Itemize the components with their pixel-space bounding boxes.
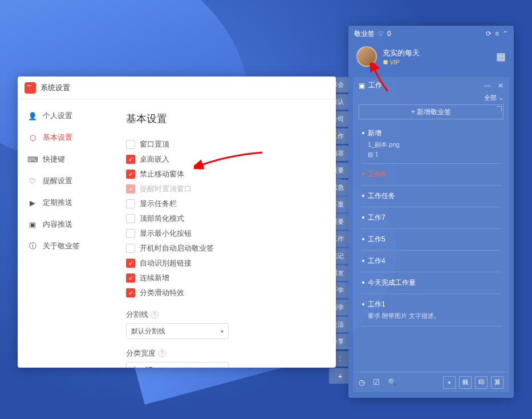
checkbox[interactable] xyxy=(126,229,135,238)
footer-button-1[interactable]: 账 xyxy=(459,376,472,389)
diamond-icon xyxy=(381,58,389,66)
search-icon[interactable]: 🔍 xyxy=(388,378,397,386)
settings-content: 基本设置 窗口置顶桌面嵌入禁止移动窗体提醒时置顶窗口显示任务栏顶部简化模式显示最… xyxy=(109,99,336,368)
note-meta: ▨1 xyxy=(368,151,500,158)
checkbox[interactable] xyxy=(126,244,135,253)
bullet-icon xyxy=(362,281,364,284)
menu-icon[interactable]: ≡ xyxy=(495,30,499,38)
checkbox-row-0[interactable]: 窗口置顶 xyxy=(126,137,319,152)
sync-icon[interactable]: ⟳ xyxy=(486,30,492,38)
note-title: 今天完成工作量 xyxy=(368,278,416,288)
sidebar-item-2[interactable]: ⌨快捷键 xyxy=(18,148,109,170)
checkbox-row-8[interactable]: 自动识别超链接 xyxy=(126,256,319,271)
person-icon: 👤 xyxy=(28,111,37,120)
note-item[interactable]: 今天完成工作量 xyxy=(361,272,501,294)
note-item[interactable]: 工作任务 xyxy=(361,186,501,207)
note-item[interactable]: 工作7 xyxy=(361,207,501,229)
sidebar-item-1[interactable]: ⬡基本设置 xyxy=(18,127,109,148)
sidebar-item-label: 关于敬业签 xyxy=(43,241,80,251)
clock-icon[interactable]: ◷ xyxy=(359,378,365,386)
checkbox-label: 连续新增 xyxy=(140,273,169,283)
help-icon[interactable]: ? xyxy=(151,311,159,319)
settings-window-title: 系统设置 xyxy=(40,83,70,93)
checkbox-label: 顶部简化模式 xyxy=(140,213,184,224)
panel-title: 工作 xyxy=(368,80,382,90)
checkbox-row-7[interactable]: 开机时自动启动敬业签 xyxy=(126,241,319,256)
panel-footer: ◷ ☑ 🔍 +账印算 xyxy=(353,372,509,392)
note-item[interactable]: 工作6 xyxy=(361,164,501,186)
image-icon: ▨ xyxy=(368,151,373,158)
bell-icon[interactable]: ♡ xyxy=(378,30,384,38)
width-select[interactable]: 小（27px） ▾ xyxy=(126,362,229,368)
schedule-icon: ▶ xyxy=(28,198,37,207)
app-name: 敬业签 xyxy=(354,29,375,39)
checkbox[interactable] xyxy=(126,273,135,283)
user-name: 充实的每天 xyxy=(383,48,420,58)
divider-select[interactable]: 默认分割线 ▾ xyxy=(126,323,229,339)
panel-header: ▣ 工作 — ✕ xyxy=(353,77,509,94)
filter-all[interactable]: 全部 ⌄ xyxy=(484,94,503,102)
checkbox[interactable] xyxy=(126,170,135,179)
checkbox xyxy=(126,184,135,194)
collapse-icon[interactable]: ⌃ xyxy=(502,30,508,38)
settings-window: 系统设置 👤个人设置⬡基本设置⌨快捷键♡提醒设置▶定期推送▣内容推送ⓘ关于敬业签… xyxy=(18,76,336,368)
keyboard-icon: ⌨ xyxy=(28,155,37,164)
note-item[interactable]: 工作1要求 附带图片 文字描述。 xyxy=(361,294,501,327)
checkbox-row-6[interactable]: 显示最小化按钮 xyxy=(126,226,319,241)
sidebar-item-label: 快捷键 xyxy=(43,154,65,164)
note-item[interactable]: 工作5 xyxy=(361,229,501,251)
content-heading: 基本设置 xyxy=(126,112,319,126)
close-button[interactable]: ✕ xyxy=(498,82,503,90)
chevron-down-icon: ▾ xyxy=(221,328,224,335)
sidebar-item-4[interactable]: ▶定期推送 xyxy=(18,192,109,213)
app-logo-icon xyxy=(25,82,36,94)
sidebar-item-0[interactable]: 👤个人设置 xyxy=(18,105,109,127)
notif-count: 0 xyxy=(387,30,391,38)
note-title: 工作7 xyxy=(368,213,385,223)
sidebar-item-3[interactable]: ♡提醒设置 xyxy=(18,170,109,192)
checkbox-row-10[interactable]: 分类滑动特效 xyxy=(126,285,319,300)
notes-list: 新增1_副本.png▨1工作6工作任务工作7工作5工作4今天完成工作量工作1要求… xyxy=(353,123,509,372)
checkbox[interactable] xyxy=(126,259,135,268)
help-icon[interactable]: ? xyxy=(158,349,166,357)
check-icon[interactable]: ☑ xyxy=(373,378,380,386)
footer-button-0[interactable]: + xyxy=(443,376,456,389)
note-item[interactable]: 工作4 xyxy=(361,251,501,272)
info-icon: ⓘ xyxy=(28,241,37,251)
checkbox[interactable] xyxy=(126,140,135,149)
content-icon: ▣ xyxy=(28,220,37,229)
add-tab[interactable]: + xyxy=(329,368,349,384)
checkbox-row-2[interactable]: 禁止移动窗体 xyxy=(126,167,319,182)
note-title: 工作1 xyxy=(368,300,385,309)
footer-button-3[interactable]: 算 xyxy=(491,376,503,389)
note-title: 工作任务 xyxy=(368,191,395,201)
calendar-icon[interactable]: ▦ xyxy=(496,50,506,63)
sidebar-item-label: 定期推送 xyxy=(43,198,72,208)
vip-badge: VIP xyxy=(383,59,420,66)
checkbox-row-3: 提醒时置顶窗口 xyxy=(126,182,319,196)
avatar[interactable] xyxy=(356,46,377,67)
sidebar-item-6[interactable]: ⓘ关于敬业签 xyxy=(18,235,109,257)
checkbox[interactable] xyxy=(126,214,135,223)
list-icon: ▣ xyxy=(359,82,365,90)
notes-window: 敬业签 ♡ 0 ⟳ ≡ ⌃ 充实的每天 VIP ▦ ▣ 工作 — ✕ 全 xyxy=(348,26,514,398)
checkbox-row-9[interactable]: 连续新增 xyxy=(126,271,319,285)
minimize-button[interactable]: — xyxy=(484,82,491,90)
add-note-input[interactable]: + 新增敬业签 xyxy=(359,104,503,119)
checkbox[interactable] xyxy=(126,199,135,208)
checkbox-row-4[interactable]: 显示任务栏 xyxy=(126,196,319,211)
note-title: 工作4 xyxy=(368,256,385,266)
checkbox-label: 禁止移动窗体 xyxy=(140,169,184,179)
sidebar-item-label: 个人设置 xyxy=(43,111,72,121)
chevron-down-icon: ▾ xyxy=(221,367,224,368)
settings-titlebar: 系统设置 xyxy=(18,76,336,99)
checkbox-row-5[interactable]: 顶部简化模式 xyxy=(126,211,319,226)
checkbox[interactable] xyxy=(126,155,135,164)
checkbox[interactable] xyxy=(126,288,135,297)
checkbox-row-1[interactable]: 桌面嵌入 xyxy=(126,152,319,167)
sidebar-item-5[interactable]: ▣内容推送 xyxy=(18,213,109,235)
footer-button-2[interactable]: 印 xyxy=(475,376,488,389)
note-item[interactable]: 新增1_副本.png▨1 xyxy=(361,123,501,164)
checkbox-label: 窗口置顶 xyxy=(140,139,169,150)
bullet-icon xyxy=(362,132,364,134)
